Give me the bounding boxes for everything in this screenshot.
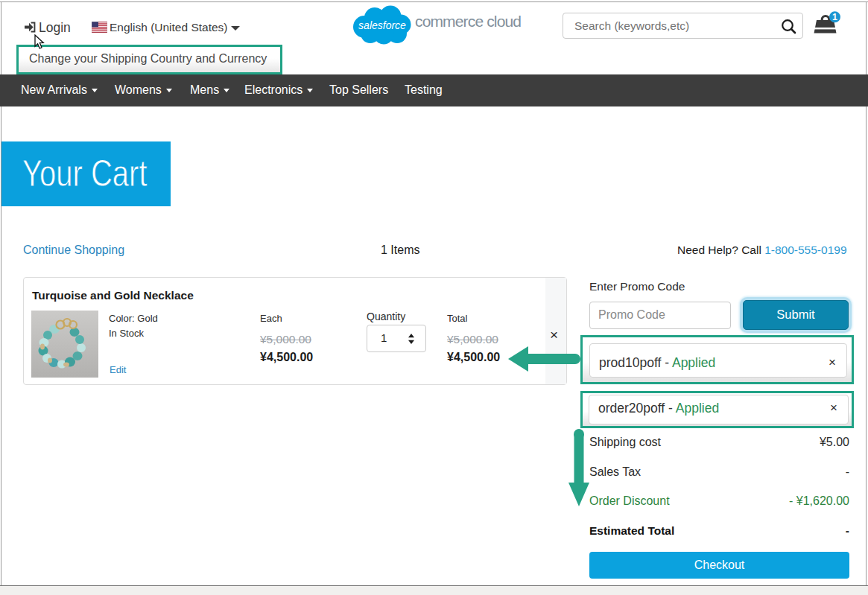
- svg-text:1: 1: [832, 12, 837, 22]
- svg-text:salesforce: salesforce: [358, 19, 406, 31]
